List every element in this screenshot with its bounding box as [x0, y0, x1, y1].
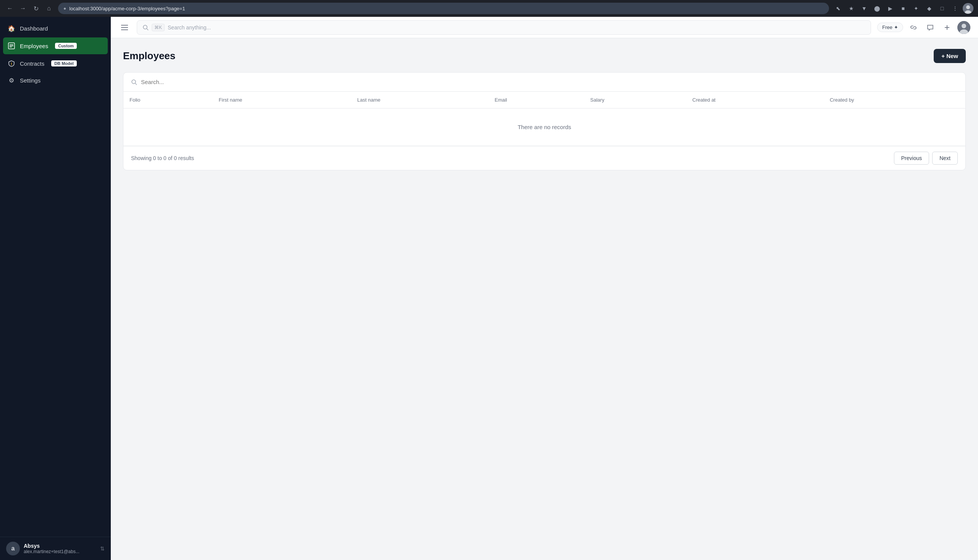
sidebar-item-settings[interactable]: ⚙ Settings — [0, 72, 111, 88]
address-bar[interactable]: ● localhost:3000/app/acme-corp-3/employe… — [58, 3, 829, 14]
sidebar-label-employees: Employees — [20, 43, 48, 49]
employees-table: Folio First name Last name Email Salary … — [123, 92, 965, 146]
free-plan-badge[interactable]: Free ✦ — [877, 23, 903, 32]
sparkle-icon: ✦ — [894, 25, 898, 30]
bookmark-button[interactable]: ★ — [846, 3, 856, 14]
contracts-icon — [8, 60, 15, 67]
topbar: ⌘K Search anything... Free ✦ — [111, 17, 978, 38]
pagination: Showing 0 to 0 of 0 results Previous Nex… — [123, 146, 965, 170]
empty-state-row: There are no records — [123, 108, 965, 146]
table-search-bar[interactable] — [123, 73, 965, 92]
footer-avatar: a — [6, 542, 20, 555]
sidebar-label-contracts: Contracts — [20, 60, 44, 67]
table-search-input[interactable] — [141, 79, 958, 85]
search-shortcut: ⌘K — [152, 24, 165, 31]
col-email: Email — [489, 92, 584, 108]
table-search-icon — [131, 79, 137, 85]
col-created-by: Created by — [824, 92, 965, 108]
share-button[interactable]: ⬉ — [833, 3, 843, 14]
app-layout: 🏠 Dashboard Employees Custom — [0, 17, 978, 560]
reload-button[interactable]: ↻ — [30, 3, 41, 14]
employees-badge: Custom — [55, 43, 77, 49]
ext2-button[interactable]: ▶ — [885, 3, 895, 14]
svg-point-1 — [966, 5, 970, 9]
sidebar-nav: 🏠 Dashboard Employees Custom — [0, 17, 111, 537]
footer-avatar-letter: a — [12, 545, 15, 552]
global-search-bar[interactable]: ⌘K Search anything... — [137, 20, 871, 35]
add-button[interactable] — [941, 21, 953, 34]
home-button[interactable]: ⌂ — [43, 3, 54, 14]
svg-point-17 — [961, 24, 966, 28]
search-icon — [143, 25, 148, 30]
sidebar-item-employees[interactable]: Employees Custom — [3, 37, 108, 54]
browser-chrome: ← → ↻ ⌂ ● localhost:3000/app/acme-corp-3… — [0, 0, 978, 17]
svg-point-12 — [143, 25, 147, 29]
table-body: There are no records — [123, 108, 965, 146]
col-firstname: First name — [213, 92, 351, 108]
table-header: Folio First name Last name Email Salary … — [123, 92, 965, 108]
url-text: localhost:3000/app/acme-corp-3/employees… — [69, 6, 185, 12]
previous-button[interactable]: Previous — [894, 152, 929, 165]
col-created-at: Created at — [686, 92, 824, 108]
pagination-buttons: Previous Next — [894, 152, 958, 165]
ext5-button[interactable]: ◆ — [924, 3, 935, 14]
comment-button[interactable] — [924, 21, 937, 34]
topbar-actions: Free ✦ — [877, 21, 970, 34]
ext4-button[interactable]: ✦ — [911, 3, 921, 14]
empty-state-message: There are no records — [123, 108, 965, 146]
next-button[interactable]: Next — [932, 152, 958, 165]
page-header: Employees + New — [123, 49, 966, 63]
ext3-button[interactable]: ■ — [898, 3, 908, 14]
sidebar-item-contracts[interactable]: Contracts DB Model — [0, 55, 111, 72]
browser-profile-icon[interactable] — [963, 3, 973, 14]
search-placeholder-text: Search anything... — [168, 25, 211, 30]
svg-point-19 — [132, 80, 136, 84]
footer-info: Absys alex.martinez+test1@abs... — [24, 543, 96, 554]
settings-dots-button[interactable]: ⋮ — [950, 3, 960, 14]
footer-company-name: Absys — [24, 543, 96, 549]
svg-line-13 — [147, 28, 148, 30]
page-title: Employees — [123, 50, 175, 62]
link-button[interactable] — [907, 21, 920, 34]
settings-icon: ⚙ — [8, 77, 15, 84]
new-record-button[interactable]: + New — [934, 49, 966, 63]
browser-nav-buttons: ← → ↻ ⌂ — [5, 3, 54, 14]
col-salary: Salary — [584, 92, 686, 108]
browser-actions: ⬉ ★ ▼ ⬤ ▶ ■ ✦ ◆ □ ⋮ — [833, 3, 973, 14]
free-label: Free — [882, 25, 892, 30]
employees-icon — [8, 42, 15, 50]
col-folio: Folio — [123, 92, 213, 108]
footer-email: alex.martinez+test1@abs... — [24, 549, 96, 554]
sidebar: 🏠 Dashboard Employees Custom — [0, 17, 111, 560]
page-content: Employees + New Folio First name — [111, 38, 978, 560]
forward-button[interactable]: → — [18, 3, 28, 14]
col-lastname: Last name — [351, 92, 489, 108]
back-button[interactable]: ← — [5, 3, 15, 14]
svg-line-20 — [135, 83, 137, 85]
svg-point-8 — [11, 65, 12, 65]
ext6-button[interactable]: □ — [937, 3, 948, 14]
pagination-info: Showing 0 to 0 of 0 results — [131, 155, 194, 161]
sidebar-label-settings: Settings — [20, 77, 40, 84]
employees-table-container: Folio First name Last name Email Salary … — [123, 72, 966, 170]
ext1-button[interactable]: ⬤ — [872, 3, 883, 14]
menu-toggle-button[interactable] — [118, 22, 131, 33]
footer-chevron-icon: ⇅ — [100, 545, 105, 552]
extensions-button[interactable]: ▼ — [859, 3, 870, 14]
dashboard-icon: 🏠 — [8, 25, 15, 32]
user-avatar[interactable] — [957, 21, 970, 34]
lock-icon: ● — [63, 6, 66, 11]
contracts-badge: DB Model — [51, 60, 77, 67]
sidebar-label-dashboard: Dashboard — [20, 25, 48, 32]
sidebar-item-dashboard[interactable]: 🏠 Dashboard — [0, 20, 111, 37]
main-content: ⌘K Search anything... Free ✦ — [111, 17, 978, 560]
sidebar-footer[interactable]: a Absys alex.martinez+test1@abs... ⇅ — [0, 537, 111, 560]
